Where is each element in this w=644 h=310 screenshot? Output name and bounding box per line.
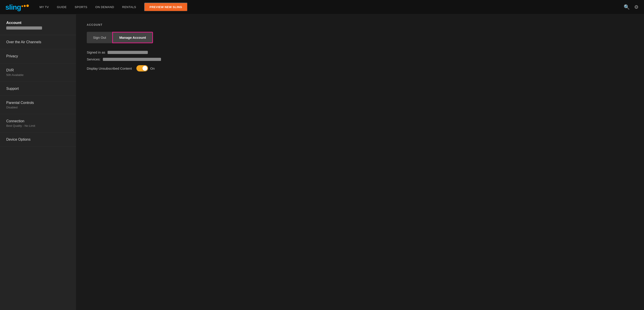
main-content: ACCOUNT Sign Out Manage Account Signed i…: [76, 14, 644, 310]
nav-rentals[interactable]: RENTALS: [122, 5, 136, 9]
preview-new-sling-button[interactable]: PREVIEW NEW SLING: [144, 3, 188, 12]
sidebar-item-label: DVR: [6, 68, 70, 72]
sidebar-item-over-the-air[interactable]: Over the Air Channels: [0, 35, 76, 49]
sidebar-item-dvr[interactable]: DVR 50h Available: [0, 63, 76, 82]
section-label: ACCOUNT: [87, 23, 633, 27]
sidebar-item-label: Over the Air Channels: [6, 40, 70, 44]
nav-links: MY TV GUIDE SPORTS ON DEMAND RENTALS PRE…: [40, 3, 616, 12]
manage-account-button[interactable]: Manage Account: [112, 32, 153, 43]
logo-text: sling: [5, 4, 21, 11]
toggle-container: On: [136, 65, 155, 71]
top-navigation: sling MY TV GUIDE SPORTS ON DEMAND RENTA…: [0, 0, 644, 14]
sidebar-item-label: Connection: [6, 119, 70, 123]
signed-in-label: Signed in as: [87, 50, 105, 54]
services-label: Services:: [87, 57, 100, 61]
sidebar-item-label: Parental Controls: [6, 101, 70, 105]
sidebar-item-label: Device Options: [6, 137, 70, 141]
sidebar-item-device-options[interactable]: Device Options: [0, 133, 76, 147]
account-email-blur: [6, 27, 42, 30]
display-unsubscribed-row: Display Unsubscribed Content On: [87, 65, 633, 71]
signed-in-row: Signed in as: [87, 50, 633, 54]
sidebar-account-section: Account: [0, 21, 76, 35]
account-buttons: Sign Out Manage Account: [87, 32, 633, 43]
account-title: Account: [6, 21, 70, 25]
signed-in-value: [108, 51, 148, 54]
display-unsubscribed-label: Display Unsubscribed Content: [87, 67, 132, 70]
services-row: Services:: [87, 57, 633, 61]
sidebar-item-sub: 50h Available: [6, 73, 70, 77]
logo-dots: [22, 5, 29, 7]
sidebar: Account Over the Air Channels Privacy DV…: [0, 14, 76, 310]
sling-logo[interactable]: sling: [5, 4, 29, 11]
sidebar-item-parental-controls[interactable]: Parental Controls Disabled: [0, 96, 76, 114]
sidebar-item-connection[interactable]: Connection Best Quality - No Limit: [0, 114, 76, 133]
services-value: [103, 58, 161, 61]
toggle-status: On: [150, 67, 155, 70]
nav-guide[interactable]: GUIDE: [57, 5, 67, 9]
sidebar-item-label: Privacy: [6, 54, 70, 58]
search-icon[interactable]: 🔍: [624, 4, 630, 10]
account-info: Signed in as Services: Display Unsubscri…: [87, 50, 633, 71]
toggle-knob: [142, 66, 147, 71]
sign-out-button[interactable]: Sign Out: [87, 32, 112, 43]
nav-ondemand[interactable]: ON DEMAND: [95, 5, 114, 9]
sidebar-item-privacy[interactable]: Privacy: [0, 49, 76, 63]
sidebar-item-sub: Best Quality - No Limit: [6, 124, 70, 127]
dot2: [24, 5, 26, 7]
nav-mytv[interactable]: MY TV: [40, 5, 49, 9]
sidebar-item-label: Support: [6, 87, 70, 91]
dot3: [26, 5, 29, 7]
display-unsubscribed-toggle[interactable]: [136, 65, 148, 71]
main-layout: Account Over the Air Channels Privacy DV…: [0, 14, 644, 310]
nav-sports[interactable]: SPORTS: [75, 5, 87, 9]
sidebar-item-sub: Disabled: [6, 106, 70, 109]
dot1: [22, 5, 23, 7]
settings-icon[interactable]: ⚙: [634, 4, 639, 10]
sidebar-item-support[interactable]: Support: [0, 82, 76, 96]
nav-icons: 🔍 ⚙: [624, 4, 639, 10]
